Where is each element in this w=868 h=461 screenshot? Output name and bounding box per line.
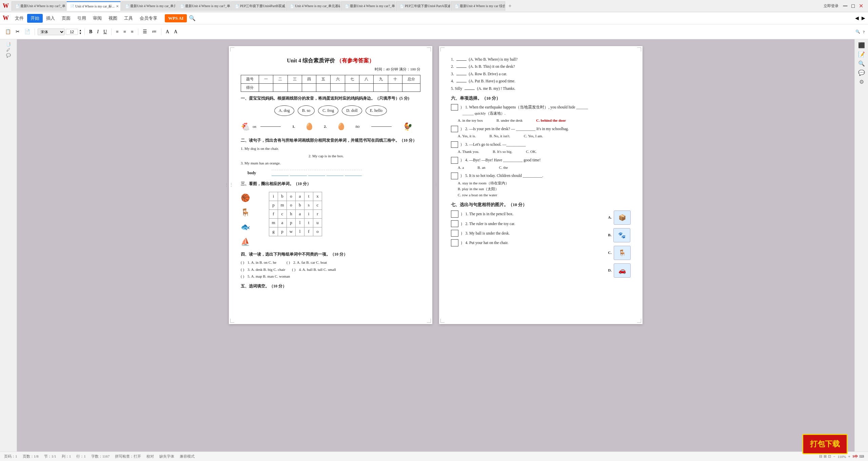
corner-bl [230,319,234,323]
menu-reference[interactable]: 引用 [74,14,90,23]
view-mode-2[interactable]: ⊞ [824,454,827,459]
menu-vip[interactable]: 会员专享 [136,14,161,23]
toolbar: 📋 ✂ 📄 宋体 ▲▼ B I U ≡ ≡ ≡ ☰ ≔ A A 🔍 ? [0,24,868,39]
sep-3 [111,28,112,35]
corner-tl-r [440,47,445,52]
help-button[interactable]: ? [863,30,865,34]
tab-2[interactable]: 📄 Unit 4 Where is my car_标... ✕ [66,1,121,11]
section-5-title: 五、选词填空。（10 分） [241,283,420,289]
section-6-title: 六、单项选择。（10 分） [451,95,631,102]
view-mode-3[interactable]: ⊡ [828,454,831,459]
left-panel-icon-2[interactable]: 🖊 [6,48,10,52]
download-badge[interactable]: 打包下载 [802,434,848,454]
align-center-button[interactable]: ≡ [122,28,128,35]
sep-4 [138,28,138,35]
underline-button[interactable]: U [102,28,108,35]
tab-7[interactable]: 📄 最新Unit 4 Where is my car?_单... ✕ [341,1,395,11]
section-5-cont: 1. (A. Who B. Where) is my ball? 2. (A. … [451,56,631,92]
nav-icons: ◀ ▶ [855,15,865,21]
blank-2 [371,126,392,127]
drag-handle[interactable]: ⋮⋮ [224,181,234,189]
left-panel-icon-3[interactable]: 💬 [6,53,11,58]
right-icon-2[interactable]: 📝 [858,51,865,58]
bullet-list-button[interactable]: ☰ [141,28,149,35]
corner-tl [230,47,234,52]
login-button[interactable]: 立即登录 [821,3,841,9]
blank-1 [260,126,281,127]
right-panel: ⬛ 📝 🔍 💬 ⚙ [854,39,868,452]
right-icon-3[interactable]: 🔍 [858,60,865,67]
zoom-in-button[interactable]: ＋ [847,454,851,459]
tab-3[interactable]: 📄 最新Unit 4 Where is my car_单元能力... ✕ [121,1,176,11]
search-icon[interactable]: 🔍 [189,15,196,21]
tab-9[interactable]: 📄 最新Unit 4 Where is my car 综合... ✕ [451,1,505,11]
close-button[interactable]: ✕ [857,2,865,10]
paste-button[interactable]: 📋 [3,28,13,35]
align-right-button[interactable]: ≡ [129,28,135,35]
status-section: 节：1/1 [44,454,56,459]
view-mode-1[interactable]: ⊟ [819,454,822,459]
chicken-1: 🐔 on [241,121,282,133]
q6-4: ） 4. —Bye! —Bye! Have __________ good ti… [451,157,631,171]
bubble-5: E. hello [366,105,387,116]
menu-review[interactable]: 审阅 [90,14,105,23]
new-tab-button[interactable]: + [506,2,514,10]
forward-icon[interactable]: ▶ [862,15,865,21]
section-6: 六、单项选择。（10 分） ） 1. When the earthquake h… [451,95,631,198]
menu-insert[interactable]: 插入 [43,14,58,23]
scroll-indicator: │ [435,183,437,187]
highlight-button[interactable]: A [164,28,171,35]
font-name-select[interactable]: 宋体 [38,28,65,35]
wps-logo: W [3,15,9,22]
tab-8[interactable]: 📄 PEP三年级下册Unit4 PartA双减分... ✕ [396,1,450,11]
img-option-c: 🪑 [614,246,631,260]
q6-2-options: A. Yes, it is. B. No, it isn't. C. Yes, … [458,133,631,139]
copy-button[interactable]: 📄 [23,28,32,35]
vip-s-icon[interactable]: S中 [852,454,858,459]
font-size-input[interactable] [66,29,78,35]
font-size-stepper[interactable]: ▲▼ [79,29,82,35]
menu-view[interactable]: 视图 [105,14,121,23]
numbered-list-button[interactable]: ≔ [150,28,158,35]
tab-1[interactable]: 📄 最新Unit 4 Where is my car?_单... ✕ [12,1,66,11]
maximize-button[interactable]: □ [849,2,857,10]
italic-button[interactable]: I [95,28,100,35]
right-icon-4[interactable]: 💬 [858,69,865,76]
cut-button[interactable]: ✂ [14,28,21,35]
tab-close-2[interactable]: ✕ [116,4,119,8]
q6-2: ） 2. —Is your pen in the desk? — _______… [451,126,631,139]
left-panel-icon-1[interactable]: 📑 [6,42,11,46]
menu-tools[interactable]: 工具 [121,14,136,23]
sec5-3: 3. (A. Row B. Drive) a car. [451,71,631,77]
tab-5[interactable]: 📄 PEP三年级下册Unit4PartB双减分层... ✕ [231,1,285,11]
menu-page[interactable]: 页面 [58,14,74,23]
sec5-2: 2. (A. Is B. This) it on the desk? [451,63,631,69]
minimize-button[interactable]: ─ [841,2,850,10]
page-title: Unit 4 综合素质评价 （有参考答案） [241,56,420,65]
sec5-4: 4. (A. Put B. Have) a good time. [451,78,631,84]
right-icon-1[interactable]: ⬛ [858,42,865,48]
bubble-4: D. doll [342,105,362,116]
align-left-button[interactable]: ≡ [114,28,120,35]
bold-button[interactable]: B [87,28,94,35]
section-2-title: 二、读句子，找出含有与所给单词画线部分相同发音的单词，并规范书写在四线三格中。（… [241,137,420,144]
corner-br-r [637,319,641,323]
section-2: 二、读句子，找出含有与所给单词画线部分相同发音的单词，并规范书写在四线三格中。（… [241,137,420,177]
tab-6[interactable]: 📄 Unit 4 Where is my car_单元基础双... ✕ [286,1,340,11]
time-info: 时间：40 分钟 满分：100 分 [241,66,420,73]
right-icon-5[interactable]: ⚙ [859,79,864,85]
right-page: 1. (A. Who B. Where) is my ball? 2. (A. … [439,46,643,324]
corner-br [427,319,431,323]
zoom-out-button[interactable]: － [832,454,836,459]
find-button[interactable]: 🔍 [855,29,860,34]
back-icon[interactable]: ◀ [855,15,859,21]
wps-ai-button[interactable]: WPS AI [165,14,187,22]
menu-home[interactable]: 开始 [27,14,43,23]
tab-4[interactable]: 📄 最新Unit 4 Where is my car?_单... ✕ [176,1,231,11]
font-controls: 宋体 ▲▼ [38,28,82,35]
keyboard-icon[interactable]: ⌨ [859,455,864,458]
font-color-button[interactable]: A [172,28,179,35]
menu-file[interactable]: 文件 [12,14,27,23]
picture-options: A. 📦 B. 🐾 C. 🪑 D. 🚗 [608,211,631,278]
picture-items: 🏀 🪑 🐟 ⛵ [241,189,250,248]
